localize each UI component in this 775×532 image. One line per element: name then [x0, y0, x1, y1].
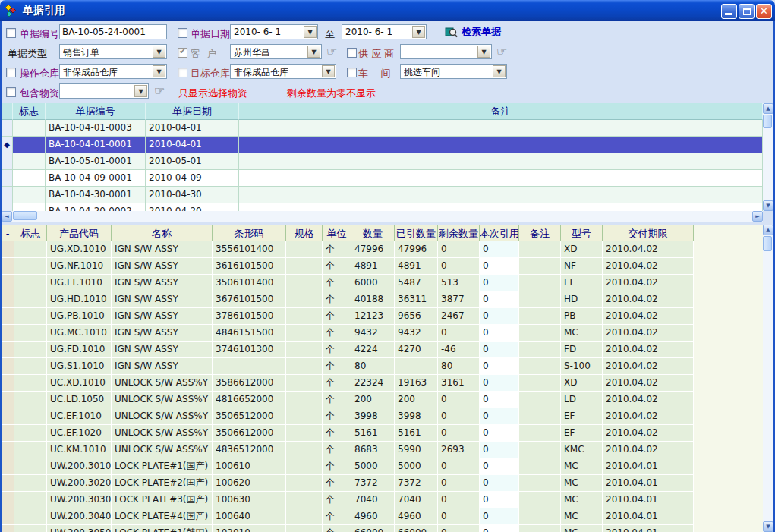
item-cell[interactable]: EF	[561, 275, 603, 291]
item-row[interactable]: UG.HD.1010IGN S/W ASSY3676101500个4018836…	[2, 291, 763, 308]
chevron-down-icon[interactable]: ▼	[304, 26, 317, 38]
item-cell[interactable]: 个	[323, 392, 351, 408]
item-cell[interactable]: 7372	[351, 475, 395, 492]
customer-combobox[interactable]: 苏州华昌 ▼	[230, 44, 322, 59]
material-combobox[interactable]: ▼	[59, 83, 149, 99]
item-row[interactable]: UC.EF.1010UNLOCK S/W ASS%Y3506512000个399…	[2, 408, 763, 425]
item-cell[interactable]	[286, 458, 323, 475]
item-cell[interactable]	[2, 258, 14, 275]
item-cell[interactable]: 4846151500	[213, 325, 286, 342]
document-row[interactable]: BA-10-04-30-00012010-04-30	[2, 187, 763, 203]
item-cell[interactable]: 100610	[213, 458, 286, 475]
item-cell[interactable]	[519, 375, 561, 392]
item-cell[interactable]: 0	[480, 408, 519, 425]
item-cell[interactable]	[14, 458, 47, 475]
item-cell[interactable]	[2, 442, 14, 458]
item-cell[interactable]: 66000	[351, 525, 395, 532]
item-cell[interactable]: 个	[323, 291, 351, 308]
document-cell[interactable]: BA-10-04-01-0001	[46, 137, 146, 153]
item-cell[interactable]: 513	[438, 275, 480, 291]
item-cell[interactable]: 0	[480, 492, 519, 508]
item-cell[interactable]: UG.S1.1010	[47, 358, 112, 375]
chevron-down-icon[interactable]: ▼	[307, 46, 320, 58]
maximize-button[interactable]	[739, 4, 755, 19]
item-cell[interactable]: 2467	[438, 308, 480, 325]
scroll-thumb[interactable]	[13, 211, 37, 220]
item-cell[interactable]: 0	[480, 258, 519, 275]
item-cell[interactable]: 3586612000	[213, 375, 286, 392]
item-cell[interactable]: MC	[561, 508, 603, 525]
target-warehouse-checkbox[interactable]	[178, 68, 187, 77]
chevron-down-icon[interactable]: ▼	[153, 65, 165, 77]
document-cell[interactable]	[2, 170, 13, 187]
item-cell[interactable]	[519, 525, 561, 532]
item-cell[interactable]: UG.HD.1010	[47, 291, 112, 308]
item-cell[interactable]: 4270	[395, 342, 438, 358]
item-cell[interactable]	[286, 291, 323, 308]
material-checkbox[interactable]	[6, 87, 16, 97]
item-cell[interactable]: 0	[480, 442, 519, 458]
document-cell[interactable]	[239, 137, 763, 153]
item-cell[interactable]: 0	[480, 358, 519, 375]
item-cell[interactable]: LOCK PLATE#1(韩国)	[112, 525, 213, 532]
item-cell[interactable]	[14, 308, 47, 325]
item-cell[interactable]	[14, 492, 47, 508]
item-cell[interactable]: UC.EF.1020	[47, 425, 112, 442]
item-cell[interactable]: 2010.04.02	[603, 275, 694, 291]
close-button[interactable]: ✕	[756, 4, 772, 19]
item-cell[interactable]: 4224	[351, 342, 395, 358]
item-row[interactable]: UG.XD.1010IGN S/W ASSY3556101400个4799647…	[2, 241, 763, 258]
item-cell[interactable]: IGN S/W ASSY	[112, 291, 213, 308]
item-cell[interactable]: 0	[438, 392, 480, 408]
doc-no-checkbox[interactable]	[6, 28, 16, 38]
item-cell[interactable]: 0	[480, 325, 519, 342]
item-cell[interactable]	[286, 325, 323, 342]
item_table-header-11[interactable]: 备注	[519, 225, 561, 241]
document-cell[interactable]: BA-10-05-01-0001	[46, 153, 146, 170]
item-cell[interactable]: 6000	[351, 275, 395, 291]
item-cell[interactable]	[519, 458, 561, 475]
item-cell[interactable]: 4960	[395, 508, 438, 525]
item_table-header-10[interactable]: 本次引用	[480, 225, 519, 241]
item-cell[interactable]	[14, 358, 47, 375]
item-cell[interactable]: 5487	[395, 275, 438, 291]
item-cell[interactable]: 2010.04.02	[603, 325, 694, 342]
item-cell[interactable]: 66000	[395, 525, 438, 532]
item-cell[interactable]	[14, 425, 47, 442]
item-cell[interactable]: LD	[561, 392, 603, 408]
item-cell[interactable]: UG.NF.1010	[47, 258, 112, 275]
item-cell[interactable]	[14, 275, 47, 291]
item-cell[interactable]: 3616101500	[213, 258, 286, 275]
item-cell[interactable]	[2, 291, 14, 308]
item-cell[interactable]	[519, 508, 561, 525]
item_table-header-13[interactable]: 交付期限	[603, 225, 694, 241]
item-cell[interactable]: 个	[323, 308, 351, 325]
item-cell[interactable]: MC	[561, 525, 603, 532]
date-to-combobox[interactable]: 2010- 6- 1 ▼	[342, 24, 427, 39]
item-cell[interactable]: UG.XD.1010	[47, 241, 112, 258]
item-cell[interactable]: 0	[480, 308, 519, 325]
document-cell[interactable]: BA-10-04-01-0003	[46, 120, 146, 137]
document-cell[interactable]: ◆	[2, 137, 13, 153]
item-cell[interactable]: 19163	[395, 375, 438, 392]
item_table-header-12[interactable]: 型号	[561, 225, 603, 241]
item-cell[interactable]: 3556101400	[213, 241, 286, 258]
document-cell[interactable]: 2010-04-20	[146, 203, 239, 211]
minimize-button[interactable]	[721, 4, 737, 19]
item-cell[interactable]: 2010.04.01	[603, 508, 694, 525]
item-cell[interactable]	[519, 342, 561, 358]
item-cell[interactable]: 3676101500	[213, 291, 286, 308]
item-cell[interactable]	[519, 325, 561, 342]
item-cell[interactable]: 7040	[351, 492, 395, 508]
item-cell[interactable]: KMC	[561, 442, 603, 458]
doc-date-checkbox[interactable]	[178, 28, 187, 38]
item-cell[interactable]: 2010.04.02	[603, 392, 694, 408]
target-warehouse-combobox[interactable]: 非保成品仓库 ▼	[230, 64, 336, 79]
item-row[interactable]: UC.KM.1010UNLOCK S/W ASS%Y4836512000个868…	[2, 442, 763, 458]
item-cell[interactable]: 3506612000	[213, 425, 286, 442]
item-cell[interactable]: 0	[480, 525, 519, 532]
item-cell[interactable]	[14, 342, 47, 358]
item-cell[interactable]: 0	[438, 425, 480, 442]
date-from-combobox[interactable]: 2010- 6- 1 ▼	[230, 24, 318, 39]
item-cell[interactable]: 8683	[351, 442, 395, 458]
